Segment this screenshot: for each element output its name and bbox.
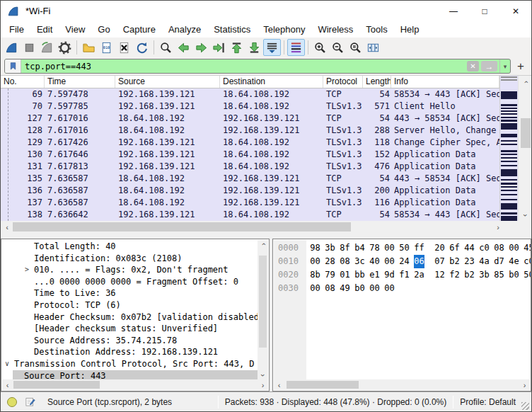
scroll-up-icon[interactable] bbox=[519, 77, 532, 86]
filter-dropdown-button[interactable]: ▾ bbox=[499, 59, 510, 73]
hex-byte[interactable]: 6f bbox=[449, 241, 460, 255]
packet-row[interactable]: 1377.63658718.64.108.192192.168.139.121T… bbox=[1, 197, 499, 209]
hex-byte[interactable]: 44 bbox=[464, 241, 475, 255]
scroll-right-icon[interactable] bbox=[520, 379, 529, 390]
expert-info-icon[interactable] bbox=[7, 397, 17, 407]
close-capture-file-button[interactable] bbox=[115, 39, 133, 56]
hex-byte[interactable]: 08 bbox=[325, 282, 335, 295]
scroll-down-icon[interactable] bbox=[258, 371, 268, 379]
hex-byte[interactable]: 00 bbox=[310, 282, 320, 295]
packet-list-vscrollbar[interactable] bbox=[518, 76, 532, 221]
detail-line[interactable]: Total Length: 40 bbox=[1, 241, 258, 253]
go-to-last-button[interactable] bbox=[245, 39, 263, 56]
menu-item-go[interactable]: Go bbox=[91, 23, 116, 36]
scroll-left-icon[interactable] bbox=[274, 379, 284, 390]
profile-text[interactable]: Profile: Default bbox=[460, 397, 516, 407]
detail-line[interactable]: Identification: 0x083c (2108) bbox=[1, 253, 258, 265]
open-capture-file-button[interactable] bbox=[80, 39, 98, 56]
menu-item-analyze[interactable]: Analyze bbox=[162, 23, 207, 36]
hex-byte[interactable]: 07 bbox=[434, 255, 445, 268]
scrollbar-thumb[interactable] bbox=[259, 256, 267, 348]
hex-byte[interactable]: 8f bbox=[340, 241, 350, 255]
hex-byte[interactable]: 40 bbox=[369, 255, 380, 268]
hex-byte[interactable]: 23 bbox=[464, 255, 475, 268]
scrollbar-thumb[interactable] bbox=[13, 222, 351, 231]
hex-byte[interactable]: 3c bbox=[354, 255, 365, 268]
column-header-length[interactable]: Length bbox=[363, 76, 391, 88]
menu-item-telephony[interactable]: Telephony bbox=[257, 23, 311, 36]
detail-line[interactable]: Destination Address: 192.168.139.121 bbox=[1, 346, 258, 358]
capture-restart-button[interactable] bbox=[38, 39, 56, 56]
packet-row[interactable]: 1287.61701618.64.108.192192.168.139.121T… bbox=[1, 125, 499, 137]
capture-stop-button[interactable] bbox=[21, 39, 38, 56]
detail-line[interactable]: Time to Live: 36 bbox=[1, 287, 258, 299]
packet-row[interactable]: 1317.617813192.168.139.12118.64.108.192T… bbox=[1, 161, 499, 173]
hex-byte[interactable]: f2 bbox=[449, 268, 460, 282]
details-hscrollbar[interactable] bbox=[2, 379, 268, 390]
column-header-no[interactable]: No. bbox=[1, 76, 45, 88]
scrollbar-thumb[interactable] bbox=[287, 381, 359, 389]
hex-byte[interactable]: b2 bbox=[449, 255, 460, 268]
menu-item-statistics[interactable]: Statistics bbox=[207, 23, 257, 36]
scrollbar-thumb[interactable] bbox=[521, 118, 531, 148]
hex-byte[interactable]: ff bbox=[414, 241, 424, 255]
hex-byte[interactable]: 06 bbox=[414, 255, 424, 268]
pane-splitter[interactable] bbox=[1, 234, 531, 239]
go-to-packet-button[interactable] bbox=[210, 39, 228, 56]
hex-byte[interactable]: c0 bbox=[479, 241, 490, 255]
hex-byte[interactable]: 8b bbox=[310, 268, 320, 282]
hex-byte[interactable]: b2 bbox=[464, 268, 475, 282]
hex-byte[interactable]: 00 bbox=[310, 255, 320, 268]
hex-byte[interactable]: b0 bbox=[354, 282, 365, 295]
scroll-down-icon[interactable] bbox=[519, 210, 532, 219]
column-header-info[interactable]: Info bbox=[391, 76, 499, 88]
hex-byte[interactable]: bb bbox=[354, 268, 365, 282]
reload-capture-file-button[interactable] bbox=[133, 39, 151, 56]
packet-row[interactable]: 697.597478192.168.139.12118.64.108.192TC… bbox=[1, 88, 499, 101]
packet-row[interactable]: 1387.636642192.168.139.12118.64.108.192T… bbox=[1, 209, 499, 221]
scroll-right-icon[interactable] bbox=[493, 221, 503, 234]
auto-scroll-button[interactable] bbox=[263, 39, 281, 56]
hex-byte[interactable]: b0 bbox=[509, 268, 519, 282]
detail-line[interactable]: ...0 0000 0000 0000 = Fragment Offset: 0 bbox=[1, 276, 258, 288]
column-header-destination[interactable]: Destination bbox=[220, 76, 323, 88]
menu-item-wireless[interactable]: Wireless bbox=[311, 23, 359, 36]
column-header-source[interactable]: Source bbox=[115, 76, 220, 88]
hex-byte[interactable]: 28 bbox=[325, 255, 335, 268]
capture-comment-icon[interactable] bbox=[25, 396, 35, 407]
column-header-time[interactable]: Time bbox=[45, 76, 115, 88]
detail-line[interactable]: >010. .... = Flags: 0x2, Don't fragment bbox=[1, 264, 258, 276]
go-back-button[interactable] bbox=[175, 39, 192, 56]
column-header-protocol[interactable]: Protocol bbox=[323, 76, 363, 88]
hex-byte[interactable]: e1 bbox=[369, 268, 380, 282]
hex-byte[interactable]: 08 bbox=[494, 241, 504, 255]
hex-byte[interactable]: 4a bbox=[479, 255, 490, 268]
hex-byte[interactable]: 00 bbox=[384, 241, 395, 255]
packet-row[interactable]: 1357.63658718.64.108.192192.168.139.121T… bbox=[1, 173, 499, 185]
zoom-out-button[interactable] bbox=[329, 39, 347, 56]
filter-add-button[interactable]: + bbox=[514, 59, 528, 74]
resize-columns-button[interactable] bbox=[364, 39, 382, 56]
packet-row[interactable]: 1297.617426192.168.139.12118.64.108.192T… bbox=[1, 137, 499, 149]
hex-byte[interactable]: 85 bbox=[494, 268, 504, 282]
hex-byte[interactable]: 79 bbox=[325, 268, 335, 282]
hex-byte[interactable]: f1 bbox=[399, 268, 410, 282]
scroll-right-icon[interactable] bbox=[258, 379, 267, 390]
menu-item-tools[interactable]: Tools bbox=[359, 23, 393, 36]
hex-byte[interactable]: 00 bbox=[384, 255, 395, 268]
scroll-left-icon[interactable] bbox=[2, 221, 12, 234]
zoom-normal-button[interactable] bbox=[347, 39, 364, 56]
hex-byte[interactable]: 45 bbox=[524, 241, 531, 255]
hex-byte[interactable]: b4 bbox=[354, 241, 365, 255]
hex-byte[interactable]: 9d bbox=[384, 268, 395, 282]
close-button[interactable]: ✕ bbox=[500, 1, 531, 21]
menu-item-help[interactable]: Help bbox=[394, 23, 426, 36]
hex-byte[interactable]: 78 bbox=[369, 241, 380, 255]
packet-row[interactable]: 1277.61701618.64.108.192192.168.139.121T… bbox=[1, 113, 499, 125]
hex-byte[interactable]: 50 bbox=[399, 241, 410, 255]
filter-bookmark-icon[interactable] bbox=[5, 59, 21, 73]
hex-byte[interactable]: 08 bbox=[340, 255, 350, 268]
capture-options-button[interactable] bbox=[56, 39, 74, 56]
hex-byte[interactable]: 49 bbox=[340, 282, 350, 295]
go-forward-button[interactable] bbox=[192, 39, 210, 56]
